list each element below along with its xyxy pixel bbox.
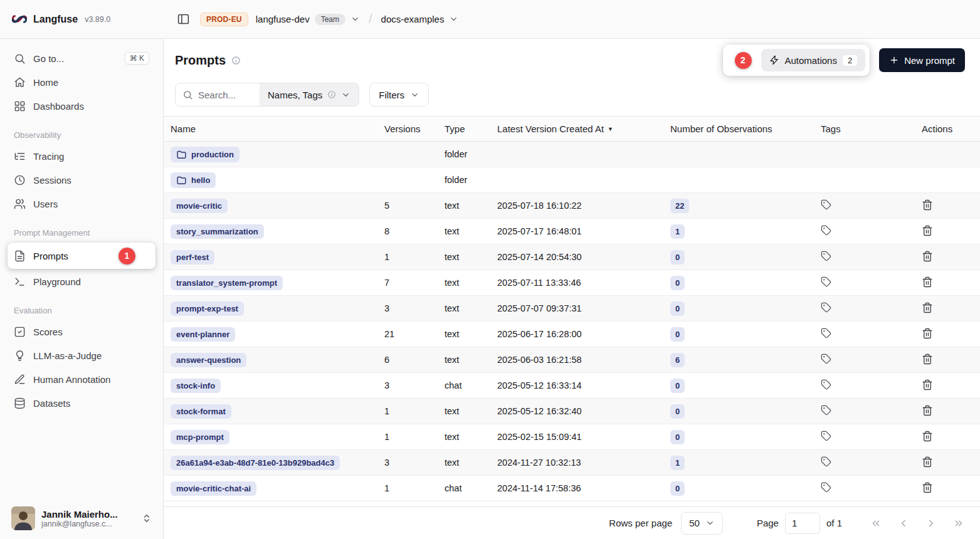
observations-count-badge[interactable]: 0: [670, 250, 685, 264]
folder-link[interactable]: production: [171, 147, 240, 162]
prompt-link[interactable]: movie-critic-chat-ai: [171, 481, 256, 496]
observations-count-badge[interactable]: 0: [670, 276, 685, 290]
observations-count-badge[interactable]: 1: [670, 224, 685, 239]
org-selector[interactable]: langfuse-dev Team: [256, 14, 360, 25]
sidebar-item-prompts[interactable]: Prompts 1: [8, 243, 155, 269]
user-menu[interactable]: Jannik Maierho... jannik@langfuse.c...: [8, 499, 155, 539]
new-prompt-button[interactable]: New prompt: [879, 48, 965, 72]
first-page-button[interactable]: [867, 515, 885, 532]
sidebar-item-scores[interactable]: Scores: [8, 320, 155, 343]
column-header-created[interactable]: Latest Version Created At ▼: [490, 123, 663, 134]
prompt-link[interactable]: event-planner: [171, 327, 235, 342]
tag-icon[interactable]: [821, 302, 831, 313]
home-icon: [14, 76, 26, 88]
tags-cell: [814, 328, 908, 340]
observations-count-badge[interactable]: 6: [670, 353, 685, 367]
search-scope-button[interactable]: Names, Tags: [260, 83, 359, 106]
prompt-link[interactable]: stock-format: [171, 404, 231, 419]
table-row[interactable]: answer-question6text2025-06-03 16:21:586: [164, 347, 980, 373]
prompt-link[interactable]: answer-question: [171, 353, 246, 367]
last-page-button[interactable]: [950, 515, 967, 532]
prompt-link[interactable]: perf-test: [171, 250, 214, 264]
prompt-link[interactable]: mcp-prompt: [171, 430, 229, 444]
delete-prompt-button[interactable]: [922, 353, 933, 365]
info-icon[interactable]: [231, 56, 241, 65]
prompt-link[interactable]: 26a61a94-e3ab-48d7-81e0-13b929bad4c3: [171, 456, 340, 470]
tag-icon[interactable]: [821, 431, 831, 441]
delete-prompt-button[interactable]: [922, 379, 933, 390]
delete-prompt-button[interactable]: [922, 225, 933, 236]
prompt-link[interactable]: translator_system-prompt: [171, 276, 283, 290]
delete-prompt-button[interactable]: [922, 456, 933, 468]
sidebar-item-playground[interactable]: Playground: [8, 270, 155, 293]
tag-icon[interactable]: [821, 251, 831, 261]
sidebar-item-dashboards[interactable]: Dashboards: [8, 94, 155, 118]
observations-count-badge[interactable]: 0: [670, 404, 685, 419]
observations-count-badge[interactable]: 1: [670, 456, 685, 470]
observations-count-badge[interactable]: 0: [670, 430, 685, 444]
table-row[interactable]: prompt-exp-test3text2025-07-07 09:37:310: [164, 296, 980, 322]
prompt-link[interactable]: story_summarization: [171, 224, 264, 239]
tag-icon[interactable]: [821, 456, 831, 467]
folder-link[interactable]: hello: [171, 172, 216, 188]
sidebar-item-users[interactable]: Users: [8, 192, 155, 216]
tag-icon[interactable]: [821, 225, 831, 236]
sidebar-item-home[interactable]: Home: [8, 70, 155, 94]
table-row[interactable]: hellofolder: [164, 167, 980, 193]
rows-per-page-select[interactable]: 50: [681, 512, 723, 535]
table-row[interactable]: event-planner21text2025-06-17 16:28:000: [164, 322, 980, 347]
annotation-spotlight: 2 Automations 2: [723, 44, 870, 76]
delete-prompt-button[interactable]: [922, 276, 933, 288]
observations-count-badge[interactable]: 0: [670, 481, 685, 496]
search-input[interactable]: [198, 90, 256, 100]
sidebar-item-llm-judge[interactable]: LLM-as-a-Judge: [8, 343, 155, 367]
info-icon: [327, 90, 336, 99]
tag-icon[interactable]: [821, 482, 831, 493]
tag-icon[interactable]: [821, 405, 831, 416]
delete-prompt-button[interactable]: [922, 405, 933, 416]
clock-icon: [14, 174, 26, 186]
observations-count-badge[interactable]: 22: [670, 199, 689, 213]
tag-icon[interactable]: [821, 276, 831, 287]
prompt-link[interactable]: stock-info: [171, 379, 221, 393]
table-row[interactable]: perf-test1text2025-07-14 20:54:300: [164, 244, 980, 270]
table-row[interactable]: productionfolder: [164, 142, 980, 167]
observations-count-badge[interactable]: 0: [670, 327, 685, 342]
delete-prompt-button[interactable]: [922, 328, 933, 339]
sidebar-item-sessions[interactable]: Sessions: [8, 168, 155, 192]
tag-icon[interactable]: [821, 199, 831, 210]
sidebar-toggle-icon[interactable]: [174, 10, 192, 29]
sidebar-item-human-annotation[interactable]: Human Annotation: [8, 367, 155, 391]
automations-button[interactable]: Automations 2: [761, 49, 866, 71]
name-cell: answer-question: [164, 353, 377, 367]
observations-count-badge[interactable]: 0: [670, 301, 685, 316]
tag-icon[interactable]: [821, 379, 831, 390]
delete-prompt-button[interactable]: [922, 199, 933, 211]
sidebar-item-tracing[interactable]: Tracing: [8, 144, 155, 168]
filters-button[interactable]: Filters: [369, 83, 429, 107]
table-row[interactable]: story_summarization8text2025-07-17 16:48…: [164, 219, 980, 244]
table-row[interactable]: 26a61a94-e3ab-48d7-81e0-13b929bad4c33tex…: [164, 450, 980, 476]
delete-prompt-button[interactable]: [922, 482, 933, 493]
table-row[interactable]: stock-format1text2025-05-12 16:32:400: [164, 399, 980, 424]
observations-count-badge[interactable]: 0: [670, 379, 685, 393]
versions-cell: 3: [377, 380, 438, 390]
tag-icon[interactable]: [821, 328, 831, 338]
table-row[interactable]: movie-critic5text2025-07-18 16:10:2222: [164, 193, 980, 219]
page-number-input[interactable]: [785, 513, 820, 534]
previous-page-button[interactable]: [895, 515, 912, 532]
goto-search[interactable]: Go to... ⌘ K: [8, 46, 155, 70]
table-row[interactable]: stock-info3chat2025-05-12 16:33:140: [164, 373, 980, 399]
next-page-button[interactable]: [922, 515, 940, 532]
project-selector[interactable]: docs-examples: [381, 14, 459, 24]
prompt-link[interactable]: movie-critic: [171, 199, 228, 213]
delete-prompt-button[interactable]: [922, 251, 933, 262]
table-row[interactable]: translator_system-prompt7text2025-07-11 …: [164, 270, 980, 296]
delete-prompt-button[interactable]: [922, 431, 933, 442]
prompt-link[interactable]: prompt-exp-test: [171, 301, 244, 316]
table-row[interactable]: movie-critic-chat-ai1chat2024-11-14 17:5…: [164, 476, 980, 501]
sidebar-item-datasets[interactable]: Datasets: [8, 391, 155, 415]
table-row[interactable]: mcp-prompt1text2025-02-15 15:09:410: [164, 424, 980, 450]
delete-prompt-button[interactable]: [922, 302, 933, 313]
tag-icon[interactable]: [821, 353, 831, 364]
